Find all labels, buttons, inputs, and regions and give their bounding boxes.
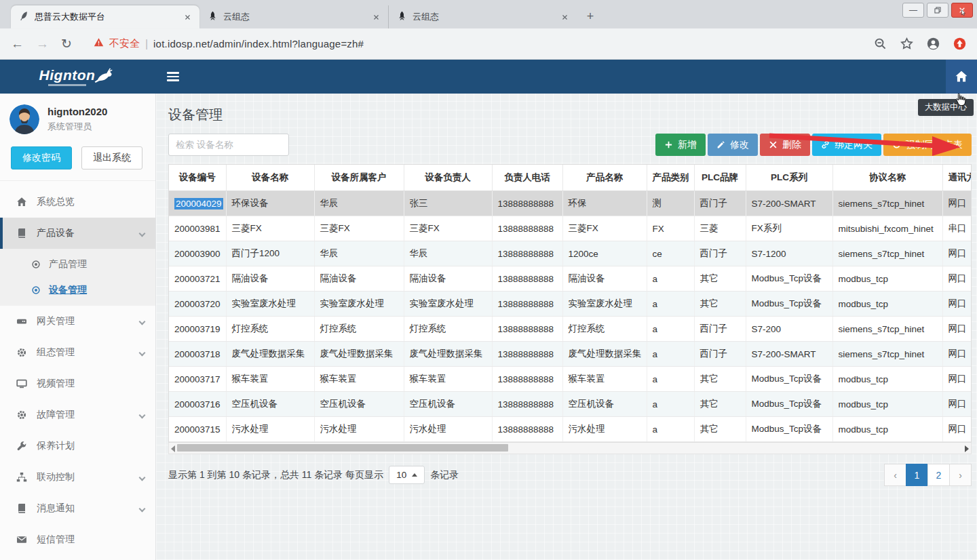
sidebar-item-空间管理[interactable]: 空间管理 <box>0 555 155 560</box>
url-text[interactable]: iot.idosp.net/admin/index.html?language=… <box>153 38 364 49</box>
table-cell: 灯控系统 <box>314 317 404 342</box>
tab-close-icon[interactable] <box>182 12 193 22</box>
table-cell: 13888888888 <box>492 266 562 292</box>
toolbar-buttons: 新增修改删除绑定网关强制同步点表 <box>655 134 972 156</box>
pager-page-2[interactable]: 2 <box>927 464 950 486</box>
close-button[interactable] <box>951 3 973 18</box>
column-header[interactable]: 协议名称 <box>832 165 942 191</box>
browser-tab[interactable]: 云组态 <box>199 5 388 28</box>
tab-close-icon[interactable] <box>559 12 570 22</box>
table-cell: 实验室废水处理 <box>404 292 492 317</box>
table-row[interactable]: 200003717猴车装置猴车装置猴车装置13888888888猴车装置a其它M… <box>169 367 972 392</box>
scroll-right-icon[interactable] <box>965 445 969 452</box>
column-header[interactable]: 负责人电话 <box>492 165 562 191</box>
table-row[interactable]: 200003720实验室废水处理实验室废水处理实验室废水处理1388888888… <box>169 292 972 317</box>
cogs-icon <box>16 347 28 358</box>
column-header[interactable]: PLC系列 <box>746 165 832 191</box>
sidebar-item-系统总览[interactable]: 系统总览 <box>0 186 155 218</box>
menu-toggle-icon[interactable] <box>167 72 179 81</box>
star-icon[interactable] <box>900 37 913 50</box>
sidebar-item-联动控制[interactable]: 联动控制 <box>0 462 155 493</box>
table-cell: 华辰 <box>314 191 404 216</box>
back-icon[interactable]: ← <box>11 37 24 52</box>
sidebar-subitem-label: 产品管理 <box>49 258 87 271</box>
sidebar-item-网关管理[interactable]: 网关管理 <box>0 306 155 337</box>
table-cell: 华辰 <box>314 241 404 266</box>
change-password-button[interactable]: 修改密码 <box>11 146 72 169</box>
table-cell: 空压机设备 <box>314 392 404 417</box>
sidebar-item-组态管理[interactable]: 组态管理 <box>0 337 155 368</box>
table-row[interactable]: 200003719灯控系统灯控系统灯控系统13888888888灯控系统a西门子… <box>169 317 972 342</box>
scrollbar-thumb[interactable] <box>177 444 508 452</box>
scroll-left-icon[interactable] <box>171 445 175 452</box>
security-chip[interactable]: 不安全 | iot.idosp.net/admin/index.html?lan… <box>94 37 364 50</box>
forward-icon[interactable]: → <box>36 37 49 52</box>
table-row[interactable]: 200003716空压机设备空压机设备空压机设备13888888888空压机设备… <box>169 392 972 417</box>
table-cell: 污水处理 <box>226 417 314 442</box>
table-row[interactable]: 200003715污水处理污水处理污水处理13888888888污水处理a其它M… <box>169 417 972 442</box>
table-row[interactable]: 200004029环保设备华辰张三13888888888环保测西门子S7-200… <box>169 191 972 216</box>
column-header[interactable]: 产品名称 <box>562 165 647 191</box>
sidebar-item-短信管理[interactable]: 短信管理 <box>0 524 155 555</box>
toolbar-button-修改[interactable]: 修改 <box>708 134 758 156</box>
table-cell: 网口 <box>942 266 972 292</box>
page-size-dropdown[interactable]: 10 <box>389 466 425 484</box>
table-cell: 实验室废水处理 <box>562 292 647 317</box>
username: hignton2020 <box>47 106 107 117</box>
table-row[interactable]: 200003721隔油设备隔油设备隔油设备13888888888隔油设备a其它M… <box>169 266 972 292</box>
column-header[interactable]: 设备所属客户 <box>314 165 404 191</box>
column-header[interactable]: 设备名称 <box>226 165 314 191</box>
browser-tab[interactable]: 云组态 <box>388 5 577 28</box>
table-cell: a <box>647 342 694 367</box>
pager-next-button[interactable]: › <box>949 464 972 486</box>
browser-address-bar: ← → ↻ 不安全 | iot.idosp.net/admin/index.ht… <box>0 28 977 60</box>
sidebar-item-视频管理[interactable]: 视频管理 <box>0 368 155 399</box>
home-button[interactable] <box>946 60 977 94</box>
table-row[interactable]: 200003981三菱FX三菱FX三菱FX13888888888三菱FXFX三菱… <box>169 216 972 241</box>
toolbar-button-绑定网关[interactable]: 绑定网关 <box>812 134 881 156</box>
wrench-icon <box>16 441 28 452</box>
extension-icon[interactable] <box>953 37 966 50</box>
table-cell: 废气处理数据采集 <box>314 342 404 367</box>
sidebar-item-故障管理[interactable]: 故障管理 <box>0 399 155 431</box>
pager-prev-button[interactable]: ‹ <box>884 464 906 486</box>
tabs-container: 思普云大数据平台云组态云组态 <box>11 5 577 28</box>
toolbar-button-删除[interactable]: 删除 <box>760 134 810 156</box>
table-cell: S7-200-SMART <box>746 191 832 216</box>
reload-icon[interactable]: ↻ <box>61 36 72 52</box>
table-cell: 三菱FX <box>404 216 492 241</box>
sidebar-subitem-产品管理[interactable]: 产品管理 <box>0 252 155 277</box>
restore-button[interactable] <box>927 3 949 18</box>
sidebar-subitem-设备管理[interactable]: 设备管理 <box>0 277 155 303</box>
zoom-out-icon[interactable] <box>874 37 887 50</box>
logout-button[interactable]: 退出系统 <box>81 146 142 169</box>
new-tab-button[interactable]: + <box>581 7 600 26</box>
sidebar-item-保养计划[interactable]: 保养计划 <box>0 431 155 462</box>
minimize-button[interactable]: — <box>902 3 924 18</box>
sidebar-item-消息通知[interactable]: 消息通知 <box>0 493 155 524</box>
column-header[interactable]: 设备负责人 <box>404 165 492 191</box>
tab-close-icon[interactable] <box>370 12 381 22</box>
user-avatar[interactable] <box>9 104 39 134</box>
rocket-icon <box>208 11 218 23</box>
table-cell: 污水处理 <box>404 417 492 442</box>
browser-tab[interactable]: 思普云大数据平台 <box>11 5 199 28</box>
table-cell: Modbus_Tcp设备 <box>746 367 832 392</box>
table-cell: 200003716 <box>169 392 226 417</box>
rocket-icon <box>397 11 407 23</box>
profile-icon[interactable] <box>927 37 940 50</box>
table-cell: a <box>647 317 694 342</box>
search-input[interactable] <box>168 134 289 156</box>
column-header[interactable]: PLC品牌 <box>694 165 746 191</box>
horizontal-scrollbar[interactable] <box>168 443 972 454</box>
column-header[interactable]: 通讯方式 <box>942 165 972 191</box>
table-row[interactable]: 200003718废气处理数据采集废气处理数据采集废气处理数据采集1388888… <box>169 342 972 367</box>
sidebar-item-产品设备[interactable]: 产品设备 <box>0 218 155 249</box>
column-header[interactable]: 产品类别 <box>647 165 694 191</box>
app-logo[interactable]: Hignton <box>0 60 156 94</box>
toolbar-button-新增[interactable]: 新增 <box>655 134 706 156</box>
pager-page-1[interactable]: 1 <box>906 464 928 486</box>
table-row[interactable]: 200003900西门子1200华辰华辰138888888881200cece西… <box>169 241 972 266</box>
column-header[interactable]: 设备编号 <box>169 165 226 191</box>
toolbar-button-强制同步点表[interactable]: 强制同步点表 <box>883 134 972 156</box>
